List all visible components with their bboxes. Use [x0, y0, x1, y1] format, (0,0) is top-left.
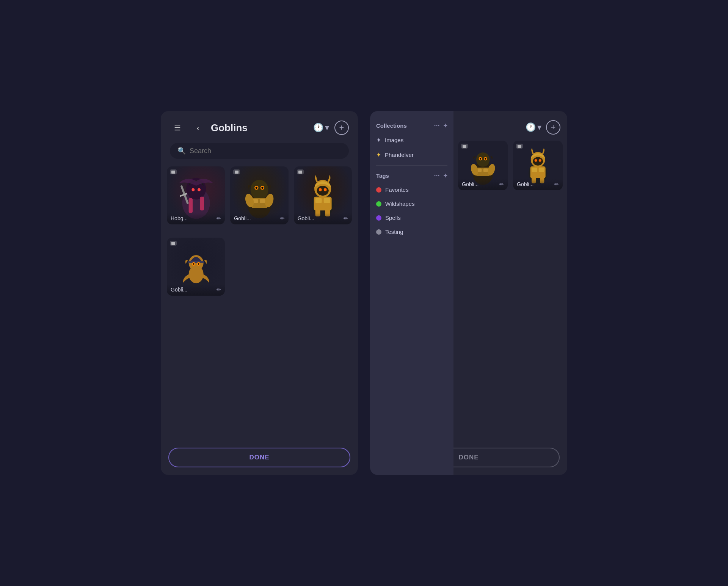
edit-icon[interactable]: ✏ — [344, 215, 348, 221]
spells-dot — [376, 215, 381, 221]
token-card-hobgoblin[interactable]: Hobg... ✏ — [167, 166, 225, 224]
svg-rect-25 — [324, 198, 330, 203]
token-name: Hobg... — [171, 215, 188, 221]
svg-point-39 — [193, 263, 194, 265]
collections-add-button[interactable]: + — [443, 122, 447, 130]
tag-wildshapes-item[interactable]: Wildshapes — [370, 197, 453, 211]
edit-icon[interactable]: ✏ — [499, 181, 504, 187]
tag-wildshapes-label: Wildshapes — [385, 201, 415, 207]
svg-point-48 — [476, 152, 490, 167]
token-card-goblin1[interactable]: Gobli... ✏ — [230, 166, 288, 224]
plus-icon: + — [339, 123, 344, 133]
svg-rect-45 — [483, 168, 488, 172]
token-label-row: Hobg... ✏ — [167, 213, 225, 224]
svg-point-16 — [251, 180, 267, 197]
tag-badge — [297, 169, 304, 174]
svg-rect-41 — [171, 242, 175, 245]
tags-add-button[interactable]: + — [443, 172, 447, 180]
search-input[interactable] — [190, 147, 341, 155]
panel-title: Goblins — [211, 122, 308, 134]
svg-point-62 — [535, 159, 537, 162]
tag-badge — [233, 169, 240, 174]
token-label-row: Gobli... ✏ — [230, 213, 288, 224]
right-token-card-2[interactable]: Gobli... ✏ — [513, 141, 563, 190]
token-label-row: Gobli... ✏ — [513, 179, 563, 190]
tag-spells-label: Spells — [385, 215, 401, 221]
dropdown-overlay: Collections ··· + ✦ Images ✦ Phandelver … — [370, 111, 453, 475]
svg-point-20 — [261, 186, 263, 188]
tag-spells-item[interactable]: Spells — [370, 211, 453, 225]
tags-actions: ··· + — [434, 172, 447, 180]
hamburger-button[interactable]: ☰ — [170, 120, 185, 135]
svg-point-30 — [319, 188, 322, 191]
svg-rect-8 — [171, 171, 175, 174]
token-grid: Hobg... ✏ — [161, 166, 358, 304]
chevron-down-icon: ▾ — [325, 123, 329, 133]
tags-header: Tags ··· + — [370, 169, 453, 183]
search-icon: 🔍 — [177, 147, 186, 155]
images-icon: ✦ — [376, 136, 381, 144]
right-header: 🕐 ▾ + — [453, 111, 567, 141]
phandelver-icon: ✦ — [376, 151, 381, 158]
hamburger-icon: ☰ — [174, 123, 181, 132]
tag-testing-item[interactable]: Testing — [370, 225, 453, 239]
done-button[interactable]: DONE — [168, 448, 350, 467]
tag-badge — [170, 241, 177, 246]
svg-rect-13 — [260, 199, 265, 203]
collection-images-item[interactable]: ✦ Images — [370, 133, 453, 147]
testing-dot — [376, 229, 381, 235]
svg-rect-57 — [539, 168, 544, 172]
right-chevron-icon: ▾ — [537, 122, 541, 132]
right-panel: Collections ··· + ✦ Images ✦ Phandelver … — [370, 111, 567, 475]
right-token-grid: Gobli... ✏ — [453, 141, 567, 190]
collections-actions: ··· + — [434, 122, 447, 130]
svg-rect-53 — [463, 145, 466, 148]
collections-more-button[interactable]: ··· — [434, 122, 439, 130]
svg-point-19 — [256, 186, 257, 188]
edit-icon[interactable]: ✏ — [217, 287, 221, 293]
svg-rect-3 — [200, 196, 204, 210]
add-button[interactable]: + — [334, 121, 349, 135]
token-name: Gobli... — [462, 181, 479, 187]
right-plus-icon: + — [551, 122, 556, 132]
svg-point-63 — [539, 159, 541, 162]
svg-point-40 — [198, 263, 199, 265]
token-name: Gobli... — [517, 181, 533, 187]
clock-icon: 🕐 — [313, 123, 323, 133]
right-add-button[interactable]: + — [546, 120, 560, 135]
left-panel: ☰ ‹ Goblins 🕐 ▾ + 🔍 — [161, 111, 358, 475]
tag-favorites-label: Favorites — [385, 186, 409, 193]
wildshapes-dot — [376, 201, 381, 207]
svg-rect-64 — [518, 145, 521, 148]
collection-phandelver-item[interactable]: ✦ Phandelver — [370, 147, 453, 162]
svg-point-51 — [480, 158, 481, 159]
tags-label: Tags — [376, 172, 389, 179]
svg-rect-24 — [315, 198, 322, 203]
token-label-row: Gobli... ✏ — [294, 213, 352, 224]
token-label-row: Gobli... ✏ — [167, 284, 225, 296]
back-button[interactable]: ‹ — [190, 120, 206, 135]
tag-badge — [170, 169, 177, 174]
svg-point-52 — [485, 158, 486, 159]
right-token-card-1[interactable]: Gobli... ✏ — [458, 141, 508, 190]
collections-label: Collections — [376, 122, 407, 129]
token-name: Gobli... — [298, 215, 314, 221]
divider — [376, 165, 447, 166]
right-clock-button[interactable]: 🕐 ▾ — [526, 122, 541, 132]
token-card-goblin2[interactable]: Gobli... ✏ — [294, 166, 352, 224]
token-label-row: Gobli... ✏ — [458, 179, 508, 190]
token-card-goblin3[interactable]: Gobli... ✏ — [167, 238, 225, 296]
svg-rect-56 — [532, 168, 537, 172]
svg-rect-2 — [188, 198, 192, 213]
edit-icon[interactable]: ✏ — [280, 215, 285, 221]
edit-icon[interactable]: ✏ — [217, 215, 221, 221]
svg-rect-36 — [188, 261, 204, 263]
svg-point-7 — [198, 188, 201, 191]
svg-point-29 — [317, 186, 329, 196]
svg-point-6 — [191, 188, 195, 191]
edit-icon[interactable]: ✏ — [554, 181, 559, 187]
tag-badge — [516, 144, 523, 149]
tags-more-button[interactable]: ··· — [434, 172, 439, 180]
tag-favorites-item[interactable]: Favorites — [370, 183, 453, 197]
clock-button[interactable]: 🕐 ▾ — [313, 123, 329, 133]
